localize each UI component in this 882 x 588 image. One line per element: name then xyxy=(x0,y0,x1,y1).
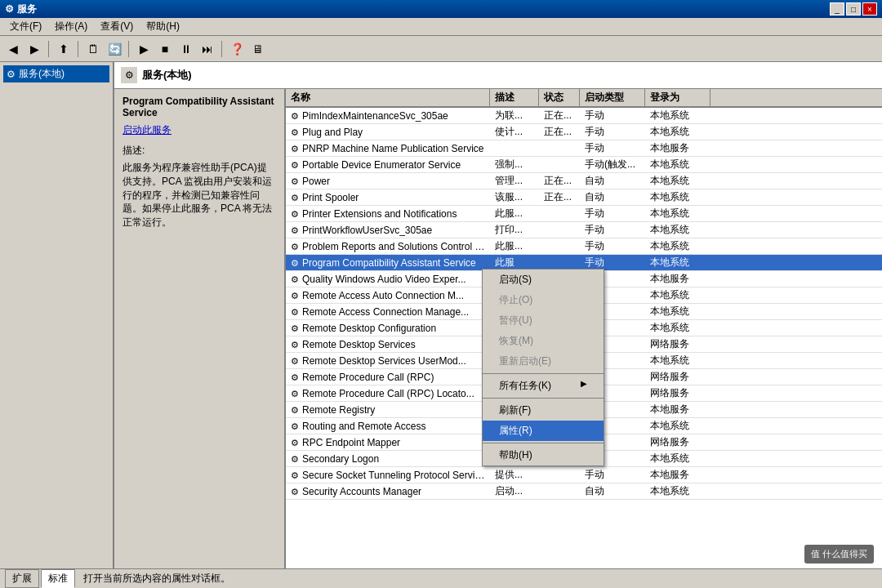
context-pause[interactable]: 暂停(U) xyxy=(483,310,604,331)
context-stop[interactable]: 停止(O) xyxy=(483,290,604,310)
cell-startup: 手动 xyxy=(580,222,645,238)
cell-status xyxy=(539,229,580,231)
export-button[interactable]: 🖥 xyxy=(248,39,268,59)
cell-startup: 手动 xyxy=(580,140,645,156)
minimize-button[interactable]: _ xyxy=(830,2,844,16)
title-bar-text: 服务 xyxy=(17,2,37,16)
cell-login: 本地系统 xyxy=(645,238,710,254)
status-text: 打开当前所选内容的属性对话框。 xyxy=(83,572,230,586)
list-item[interactable]: ⚙Power管理...正在...自动本地系统 xyxy=(286,173,882,189)
context-resume[interactable]: 恢复(M) xyxy=(483,331,604,351)
context-all-tasks[interactable]: 所有任务(K) xyxy=(483,376,604,396)
cell-name: ⚙Portable Device Enumerator Service xyxy=(286,158,490,172)
maximize-button[interactable]: □ xyxy=(846,2,861,16)
cell-status xyxy=(539,246,580,247)
title-bar-buttons: _ □ × xyxy=(830,2,877,16)
cell-name: ⚙Plug and Play xyxy=(286,126,490,139)
gear-icon: ⚙ xyxy=(291,144,299,154)
header-desc[interactable]: 描述 xyxy=(490,89,539,106)
list-item[interactable]: ⚙Print Spooler该服...正在...自动本地系统 xyxy=(286,189,882,206)
play-button[interactable]: ▶ xyxy=(134,39,154,59)
services-list: 名称 描述 状态 启动类型 登录为 ⚙PimIndexMaintenanceSv… xyxy=(286,89,882,568)
close-button[interactable]: × xyxy=(862,2,877,16)
tree-label: 服务(本地) xyxy=(19,67,65,81)
desc-text: 此服务为程序兼容性助手(PCA)提供支持。PCA 监视由用户安装和运行的程序，并… xyxy=(122,161,276,229)
cell-login: 本地系统 xyxy=(645,206,710,221)
menu-help[interactable]: 帮助(H) xyxy=(140,18,186,35)
cell-login: 本地服务 xyxy=(645,467,710,483)
start-service-link[interactable]: 启动此服务 xyxy=(122,123,276,137)
cell-status xyxy=(539,148,580,149)
up-button[interactable]: ⬆ xyxy=(54,39,74,59)
help-button[interactable]: ❓ xyxy=(227,39,247,59)
cell-desc: 该服... xyxy=(490,189,539,205)
cell-login: 本地系统 xyxy=(645,189,710,205)
cell-name: ⚙Remote Procedure Call (RPC) xyxy=(286,371,490,384)
list-item[interactable]: ⚙PrintWorkflowUserSvc_305ae打印...手动本地系统 xyxy=(286,222,882,238)
header-name[interactable]: 名称 xyxy=(286,89,490,106)
cell-status: 正在... xyxy=(539,173,580,189)
list-item[interactable]: ⚙Plug and Play使计...正在...手动本地系统 xyxy=(286,124,882,140)
stop-button[interactable]: ■ xyxy=(155,39,175,59)
gear-icon: ⚙ xyxy=(291,176,299,186)
list-item[interactable]: ⚙Problem Reports and Solutions Control P… xyxy=(286,238,882,255)
context-start[interactable]: 启动(S) xyxy=(483,270,604,290)
service-header-title: 服务(本地) xyxy=(142,68,192,82)
cell-desc: 打印... xyxy=(490,222,539,238)
tree-item-services-local[interactable]: ⚙ 服务(本地) xyxy=(3,65,109,82)
context-restart[interactable]: 重新启动(E) xyxy=(483,351,604,372)
list-item[interactable]: ⚙Printer Extensions and Notifications此服.… xyxy=(286,206,882,222)
cell-login: 本地系统 xyxy=(645,483,710,499)
header-startup[interactable]: 启动类型 xyxy=(580,89,645,106)
tab-extended[interactable]: 扩展 xyxy=(5,569,39,588)
list-item[interactable]: ⚙PimIndexMaintenanceSvc_305ae为联...正在...手… xyxy=(286,108,882,124)
menu-view[interactable]: 查看(V) xyxy=(94,18,140,35)
cell-login: 本地系统 xyxy=(645,418,710,434)
cell-login: 本地服务 xyxy=(645,140,710,156)
cell-startup: 手动 xyxy=(580,238,645,254)
gear-icon: ⚙ xyxy=(291,274,299,284)
context-refresh[interactable]: 刷新(F) xyxy=(483,400,604,421)
gear-icon: ⚙ xyxy=(291,160,299,170)
main-content: ⚙ 服务(本地) ⚙ 服务(本地) Program Compatibility … xyxy=(0,62,882,568)
list-item[interactable]: ⚙PNRP Machine Name Publication Service手动… xyxy=(286,140,882,157)
cell-login: 本地系统 xyxy=(645,451,710,466)
watermark: 值 什么值得买 xyxy=(804,545,874,564)
gear-icon: ⚙ xyxy=(291,127,299,137)
menu-file[interactable]: 文件(F) xyxy=(3,18,48,35)
forward-button[interactable]: ▶ xyxy=(24,39,44,59)
service-info-panel: Program Compatibility Assistant Service … xyxy=(114,89,286,568)
list-item[interactable]: ⚙Security Accounts Manager启动...自动本地系统 xyxy=(286,483,882,500)
show-hide-button[interactable]: 🗒 xyxy=(83,39,103,59)
header-status[interactable]: 状态 xyxy=(539,89,580,106)
cell-login: 本地系统 xyxy=(645,320,710,336)
cell-name: ⚙Remote Access Auto Connection M... xyxy=(286,289,490,302)
gear-icon: ⚙ xyxy=(291,470,299,480)
pause-button[interactable]: ⏸ xyxy=(176,39,196,59)
cell-name: ⚙PimIndexMaintenanceSvc_305ae xyxy=(286,109,490,122)
back-button[interactable]: ◀ xyxy=(3,39,23,59)
refresh-button[interactable]: 🔄 xyxy=(105,39,124,59)
context-properties[interactable]: 属性(R) xyxy=(483,421,604,441)
list-item[interactable]: ⚙Secure Socket Tunneling Protocol Servic… xyxy=(286,467,882,483)
restart-button[interactable]: ⏭ xyxy=(198,39,217,59)
menu-action[interactable]: 操作(A) xyxy=(48,18,94,35)
desc-label: 描述: xyxy=(122,144,276,158)
cell-login: 网络服务 xyxy=(645,369,710,385)
context-help[interactable]: 帮助(H) xyxy=(483,445,604,466)
gear-icon: ⚙ xyxy=(291,389,299,399)
gear-icon: ⚙ xyxy=(291,291,299,301)
cell-status xyxy=(539,213,580,215)
cell-name: ⚙Program Compatibility Assistant Service xyxy=(286,256,490,270)
cell-startup: 自动 xyxy=(580,189,645,205)
cell-desc: 使计... xyxy=(490,124,539,140)
list-item[interactable]: ⚙Portable Device Enumerator Service强制...… xyxy=(286,157,882,173)
cell-desc: 为联... xyxy=(490,108,539,123)
watermark-text: 值 什么值得买 xyxy=(811,549,867,559)
cell-name: ⚙Remote Registry xyxy=(286,403,490,416)
cell-login: 本地系统 xyxy=(645,124,710,140)
content-area: Program Compatibility Assistant Service … xyxy=(114,89,882,568)
tab-standard[interactable]: 标准 xyxy=(41,569,75,588)
header-login[interactable]: 登录为 xyxy=(645,89,710,106)
cell-startup: 自动 xyxy=(580,173,645,189)
